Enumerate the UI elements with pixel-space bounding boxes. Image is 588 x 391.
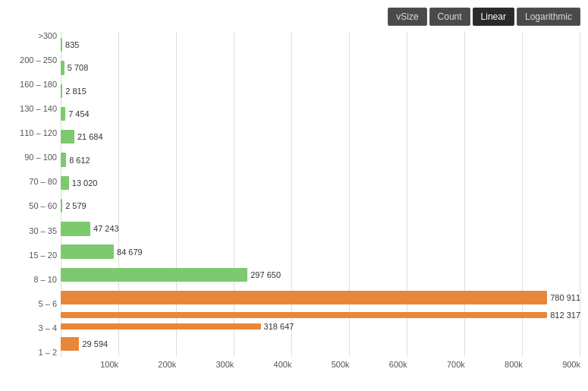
chart-body: 8355 7082 8157 45421 6848 61213 0202 579…: [61, 32, 580, 374]
x-label-5: 600k: [389, 360, 407, 374]
bar-row-5: 8 612: [61, 148, 580, 171]
y-label-1: 200 – 250: [8, 56, 57, 65]
y-label-2: 160 – 180: [8, 80, 57, 89]
toggle-group: vSizeCountLinearLogarithmic: [388, 8, 580, 26]
bar-row-0: 835: [61, 33, 580, 56]
toggle-btn-logarithmic[interactable]: Logarithmic: [517, 8, 580, 26]
toggle-btn-vsize[interactable]: vSize: [388, 8, 426, 26]
y-label-13: 1 – 2: [8, 348, 57, 357]
bar-label-3: 7 454: [68, 109, 90, 118]
y-label-10: 8 – 10: [8, 276, 57, 284]
y-label-11: 5 – 6: [8, 300, 57, 308]
y-label-3: 130 – 140: [8, 105, 57, 113]
bar-label-12: 812 317: [550, 311, 580, 320]
x-label-4: 500k: [332, 360, 350, 374]
x-label-3: 400k: [274, 360, 292, 374]
bar-6: [61, 176, 69, 190]
bar-0: [61, 38, 62, 52]
main-container: vSizeCountLinearLogarithmic >300200 – 25…: [0, 0, 588, 391]
y-label-9: 15 – 20: [8, 251, 57, 260]
bar-label-0: 835: [65, 40, 79, 49]
bar-10: [61, 268, 247, 282]
bar-label-2: 2 815: [65, 87, 86, 96]
bar-label-5: 8 612: [69, 156, 90, 165]
bar-label-11: 780 911: [550, 293, 580, 302]
bar-label-1: 5 708: [68, 63, 89, 72]
bar-row-6: 13 020: [61, 172, 580, 194]
bar-label-12: 318 647: [264, 322, 294, 331]
bar-row-8: 47 243: [61, 217, 580, 240]
y-label-0: >300: [8, 32, 57, 40]
bar-12: [61, 312, 547, 318]
bar-5: [61, 153, 66, 166]
bar-13: [61, 337, 79, 351]
x-label-7: 800k: [505, 360, 523, 374]
bar-row-1: 5 708: [61, 56, 580, 79]
bar-label-9: 84 679: [117, 248, 143, 257]
bar-label-6: 13 020: [72, 178, 98, 188]
y-label-4: 110 – 120: [8, 129, 57, 137]
bar-label-13: 29 594: [82, 339, 108, 348]
x-label-2: 300k: [215, 360, 234, 374]
bar-12: [61, 323, 261, 330]
bar-row-11: 780 911: [61, 286, 580, 309]
x-label-8: 900k: [562, 360, 580, 374]
bar-label-8: 47 243: [93, 224, 119, 233]
bar-label-10: 297 650: [250, 270, 281, 279]
y-axis-labels: >300200 – 250160 – 180130 – 140110 – 120…: [8, 32, 61, 374]
toggle-btn-count[interactable]: Count: [429, 8, 470, 26]
bar-row-4: 21 684: [61, 125, 580, 148]
x-label-6: 700k: [447, 360, 465, 374]
bar-3: [61, 107, 65, 121]
bar-row-13: 29 594: [61, 333, 580, 355]
bar-8: [61, 222, 90, 235]
y-label-7: 50 – 60: [8, 202, 57, 210]
y-label-6: 70 – 80: [8, 178, 57, 186]
bars-section: 8355 7082 8157 45421 6848 61213 0202 579…: [61, 32, 580, 357]
y-label-5: 90 – 100: [8, 153, 57, 162]
chart-area: >300200 – 250160 – 180130 – 140110 – 120…: [8, 32, 580, 374]
bar-row-12: 812 317318 647: [61, 309, 580, 332]
bar-row-10: 297 650: [61, 263, 580, 286]
bar-label-4: 21 684: [77, 132, 103, 141]
y-label-8: 30 – 35: [8, 227, 57, 235]
bar-label-7: 2 579: [65, 201, 86, 210]
bar-row-7: 2 579: [61, 194, 580, 217]
toggle-btn-linear[interactable]: Linear: [473, 8, 514, 26]
x-label-1: 200k: [158, 360, 176, 374]
bars-container: 8355 7082 8157 45421 6848 61213 0202 579…: [61, 32, 580, 357]
bar-1: [61, 61, 64, 74]
bar-7: [61, 199, 62, 213]
x-axis: 100k200k300k400k500k600k700k800k900k: [61, 357, 580, 374]
bar-row-2: 2 815: [61, 80, 580, 102]
bar-11: [61, 291, 547, 304]
y-label-12: 3 – 4: [8, 324, 57, 333]
bar-row-9: 84 679: [61, 241, 580, 263]
bar-2: [61, 84, 62, 98]
bar-9: [61, 244, 114, 258]
x-label-0: 100k: [100, 360, 118, 374]
chart-header: vSizeCountLinearLogarithmic: [8, 8, 580, 26]
bar-row-3: 7 454: [61, 102, 580, 125]
bar-4: [61, 130, 74, 143]
